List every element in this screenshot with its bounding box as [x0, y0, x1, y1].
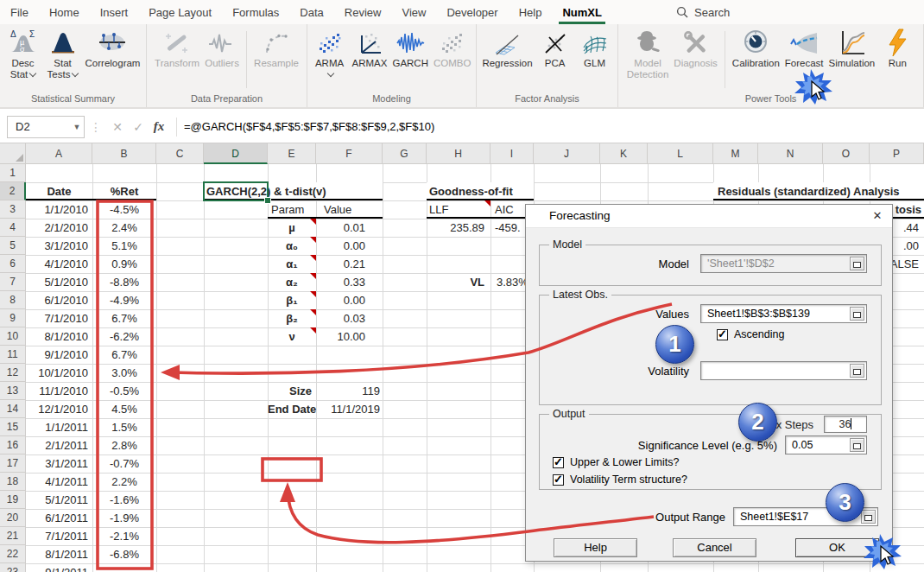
cell-H2[interactable]: Goodness-of-fit — [427, 182, 534, 200]
ok-button[interactable]: OK — [795, 538, 879, 557]
row-header-6[interactable]: 6 — [0, 255, 26, 273]
cell-A15[interactable]: 1/1/2011 — [26, 418, 92, 436]
cell-B17[interactable]: -0.7% — [92, 454, 156, 473]
cell-B22[interactable]: -6.8% — [92, 545, 156, 563]
values-field[interactable]: Sheet1!$B$3:$B$139 — [700, 304, 867, 323]
cell-B11[interactable]: 6.7% — [92, 346, 156, 364]
row-header-7[interactable]: 7 — [0, 273, 26, 291]
cell-A8[interactable]: 6/1/2010 — [26, 291, 92, 309]
cell-E5[interactable]: α₀ — [268, 237, 316, 255]
row-header-18[interactable]: 18 — [0, 473, 26, 491]
correlogram-button[interactable]: Correlogram — [83, 28, 143, 70]
column-header-A[interactable]: A — [26, 143, 92, 164]
cell-E6[interactable]: α₁ — [268, 255, 316, 273]
cell-B20[interactable]: -1.9% — [92, 509, 156, 527]
cell-E3[interactable]: Param — [268, 200, 316, 219]
cell-B8[interactable]: -4.9% — [92, 291, 156, 309]
model-detection-button[interactable]: ModelDetection — [624, 28, 672, 81]
tab-home[interactable]: Home — [39, 0, 90, 24]
cell-H7[interactable]: VL — [427, 273, 490, 291]
column-header-H[interactable]: H — [427, 143, 490, 164]
glm-button[interactable]: GLM — [575, 28, 615, 70]
row-header-11[interactable]: 11 — [0, 346, 26, 364]
column-header-E[interactable]: E — [268, 143, 316, 164]
outliers-button[interactable]: Outliers — [202, 28, 242, 70]
row-header-21[interactable]: 21 — [0, 527, 26, 545]
column-header-N[interactable]: N — [758, 143, 823, 164]
column-header-D[interactable]: D — [204, 143, 268, 164]
cell-A5[interactable]: 3/1/2010 — [26, 237, 92, 255]
cell-A20[interactable]: 6/1/2011 — [26, 509, 92, 527]
cancel-button[interactable]: Cancel — [673, 538, 756, 557]
cell-E10[interactable]: ν — [268, 327, 316, 346]
simulation-button[interactable]: Simulation — [826, 28, 878, 70]
cell-B6[interactable]: 0.9% — [92, 255, 156, 273]
cell-F7[interactable]: 0.33 — [316, 273, 383, 291]
cell-A18[interactable]: 4/1/2011 — [26, 473, 92, 491]
cell-B3[interactable]: -4.5% — [92, 200, 156, 219]
cell-A2[interactable]: Date — [26, 182, 92, 200]
tab-page-layout[interactable]: Page Layout — [138, 0, 222, 24]
significance-field[interactable]: 0.05 — [785, 435, 867, 454]
cell-A3[interactable]: 1/1/2010 — [26, 200, 92, 219]
row-header-12[interactable]: 12 — [0, 364, 26, 382]
cell-B9[interactable]: 6.7% — [92, 309, 156, 327]
tab-view[interactable]: View — [391, 0, 436, 24]
row-header-17[interactable]: 17 — [0, 454, 26, 473]
calibration-button[interactable]: Calibration — [730, 28, 782, 70]
row-header-16[interactable]: 16 — [0, 436, 26, 454]
cell-B5[interactable]: 5.1% — [92, 237, 156, 255]
cell-F3[interactable]: Value — [316, 200, 383, 219]
cell-A7[interactable]: 5/1/2010 — [26, 273, 92, 291]
run-button[interactable]: Run — [877, 28, 917, 70]
armax-button[interactable]: ARMAX — [350, 28, 390, 70]
cell-B18[interactable]: 2.2% — [92, 473, 156, 491]
column-header-L[interactable]: L — [648, 143, 713, 164]
fill-handle[interactable] — [264, 197, 271, 204]
cell-F4[interactable]: 0.01 — [316, 219, 383, 237]
cell-F14[interactable]: 11/1/2019 — [316, 400, 383, 418]
model-field[interactable]: 'Sheet1'!$D$2 — [700, 254, 867, 273]
row-header-5[interactable]: 5 — [0, 237, 26, 255]
cell-B13[interactable]: -0.5% — [92, 382, 156, 400]
forecast-button[interactable]: Forecast — [782, 28, 826, 70]
tab-insert[interactable]: Insert — [90, 0, 139, 24]
transform-button[interactable]: Transform — [152, 28, 202, 70]
cell-M2[interactable]: Residuals (standardized) Analysis — [713, 182, 924, 200]
cell-E7[interactable]: α₂ — [268, 273, 316, 291]
tab-data[interactable]: Data — [289, 0, 333, 24]
upper-lower-limits-checkbox[interactable] — [553, 457, 564, 468]
ascending-checkbox[interactable] — [717, 329, 728, 340]
tab-developer[interactable]: Developer — [436, 0, 508, 24]
close-icon[interactable]: ✕ — [870, 208, 885, 224]
cell-F9[interactable]: 0.03 — [316, 309, 383, 327]
cell-A6[interactable]: 4/1/2010 — [26, 255, 92, 273]
arma-button[interactable]: ARMA — [310, 28, 350, 81]
tab-review[interactable]: Review — [334, 0, 392, 24]
cell-H4[interactable]: 235.89 — [427, 219, 490, 237]
cell-F6[interactable]: 0.21 — [316, 255, 383, 273]
row-header-1[interactable]: 1 — [0, 164, 26, 182]
column-header-F[interactable]: F — [316, 143, 383, 164]
values-range-picker-button[interactable] — [850, 307, 864, 321]
garch-button[interactable]: GARCH — [389, 28, 431, 70]
cell-A13[interactable]: 11/1/2010 — [26, 382, 92, 400]
cell-B12[interactable]: 3.0% — [92, 364, 156, 382]
cell-A16[interactable]: 2/1/2011 — [26, 436, 92, 454]
row-header-23[interactable]: 23 — [0, 563, 26, 572]
row-header-15[interactable]: 15 — [0, 418, 26, 436]
row-header-4[interactable]: 4 — [0, 219, 26, 237]
select-all-corner[interactable] — [0, 143, 26, 164]
tab-help[interactable]: Help — [509, 0, 553, 24]
name-box[interactable]: D2 ▼ — [7, 116, 85, 138]
volatility-term-checkbox[interactable] — [553, 474, 564, 486]
diagnosis-button[interactable]: Diagnosis — [671, 28, 720, 70]
cell-F8[interactable]: 0.00 — [316, 291, 383, 309]
resample-button[interactable]: Resample — [251, 28, 301, 70]
model-range-picker-button[interactable] — [850, 257, 864, 270]
column-header-I[interactable]: I — [490, 143, 534, 164]
volatility-range-picker-button[interactable] — [850, 364, 864, 378]
cell-B21[interactable]: -2.1% — [92, 527, 156, 545]
insert-function-icon[interactable]: fx — [149, 119, 169, 134]
cell-E13[interactable]: Size — [268, 382, 316, 400]
